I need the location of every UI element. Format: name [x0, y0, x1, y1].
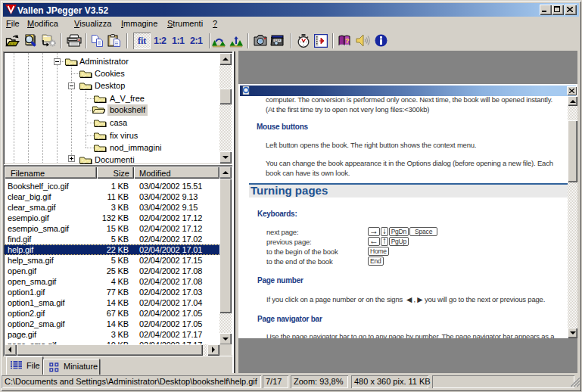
svg-text:?: ?: [345, 37, 350, 45]
